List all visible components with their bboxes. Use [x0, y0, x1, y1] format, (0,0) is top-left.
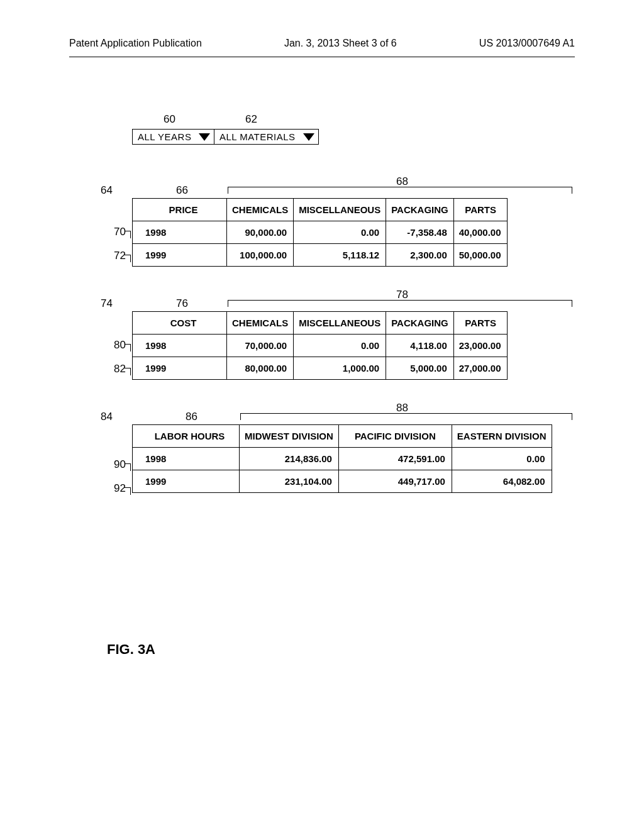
col-header: CHEMICALS: [227, 312, 294, 335]
cell: 1,000.00: [294, 357, 386, 380]
tick-82: [125, 368, 131, 375]
dropdown-materials-label: ALL MATERIALS: [219, 131, 301, 142]
row-label: 1999: [133, 357, 227, 380]
figure-label: FIG. 3A: [107, 641, 155, 658]
ref-86: 86: [186, 411, 197, 423]
table-row: 1999 231,104.00 449,717.00 64,082.00: [133, 470, 552, 493]
col-header: PACKAGING: [386, 312, 454, 335]
cell: 0.00: [452, 448, 552, 470]
col-header: MIDWEST DIVISION: [240, 425, 339, 448]
table-row: 1998 70,000.00 0.00 4,118.00 23,000.00: [133, 335, 508, 357]
ref-60: 60: [164, 113, 175, 126]
page-header: Patent Application Publication Jan. 3, 2…: [0, 38, 644, 49]
cell: 0.00: [294, 335, 386, 357]
dropdown-years-label: ALL YEARS: [138, 131, 196, 142]
cell: 64,082.00: [452, 470, 552, 493]
tick-80: [125, 344, 131, 351]
ref-64: 64: [101, 184, 113, 197]
ref-88: 88: [396, 402, 408, 414]
cell: 449,717.00: [338, 470, 452, 493]
table-row: 1999 100,000.00 5,118.12 2,300.00 50,000…: [133, 244, 508, 267]
cell: 80,000.00: [227, 357, 294, 380]
col-header: PACIFIC DIVISION: [338, 425, 452, 448]
data-table: LABOR HOURS MIDWEST DIVISION PACIFIC DIV…: [132, 424, 552, 493]
tick-92: [125, 487, 131, 495]
cell: 90,000.00: [227, 221, 294, 244]
cell: 27,000.00: [453, 357, 508, 380]
tick-90: [125, 463, 131, 471]
col-header: MISCELLANEOUS: [294, 199, 386, 221]
table-header-row: LABOR HOURS MIDWEST DIVISION PACIFIC DIV…: [133, 425, 552, 448]
table-header-row: PRICE CHEMICALS MISCELLANEOUS PACKAGING …: [133, 199, 508, 221]
row-label: 1998: [133, 221, 227, 244]
row-label: 1998: [133, 448, 240, 470]
col-header: CHEMICALS: [227, 199, 294, 221]
corner-cell: LABOR HOURS: [133, 425, 240, 448]
tick-70: [125, 231, 131, 238]
header-right: US 2013/0007649 A1: [479, 38, 575, 49]
filter-bar: ALL YEARS ALL MATERIALS: [132, 129, 319, 145]
cell: 23,000.00: [453, 335, 508, 357]
col-header: PARTS: [453, 199, 508, 221]
col-header: PACKAGING: [386, 199, 454, 221]
row-label: 1999: [133, 470, 240, 493]
col-header: EASTERN DIVISION: [452, 425, 552, 448]
cell: 0.00: [294, 221, 386, 244]
cell: 214,836.00: [240, 448, 339, 470]
cell: 4,118.00: [386, 335, 454, 357]
ref-66: 66: [176, 184, 188, 197]
table-header-row: COST CHEMICALS MISCELLANEOUS PACKAGING P…: [133, 312, 508, 335]
chevron-down-icon: [199, 133, 210, 141]
cell: -7,358.48: [386, 221, 454, 244]
ref-78: 78: [396, 289, 408, 301]
table-price: 64 66 68 70 72 PRICE CHEMICALS MISCELLAN…: [132, 198, 572, 267]
cell: 50,000.00: [453, 244, 508, 267]
table-labor: 84 86 88 90 92 LABOR HOURS MIDWEST DIVIS…: [132, 424, 572, 493]
tick-72: [125, 255, 131, 262]
cell: 100,000.00: [227, 244, 294, 267]
ref-74: 74: [101, 297, 113, 310]
row-label: 1999: [133, 244, 227, 267]
row-label: 1998: [133, 335, 227, 357]
chevron-down-icon: [303, 133, 314, 141]
cell: 231,104.00: [240, 470, 339, 493]
data-table: COST CHEMICALS MISCELLANEOUS PACKAGING P…: [132, 311, 508, 380]
corner-cell: PRICE: [133, 199, 227, 221]
cell: 40,000.00: [453, 221, 508, 244]
cell: 5,118.12: [294, 244, 386, 267]
ref-76: 76: [176, 297, 188, 310]
data-table: PRICE CHEMICALS MISCELLANEOUS PACKAGING …: [132, 198, 508, 267]
cell: 70,000.00: [227, 335, 294, 357]
cell: 5,000.00: [386, 357, 454, 380]
ref-84: 84: [101, 411, 113, 423]
ref-62: 62: [245, 113, 257, 126]
corner-cell: COST: [133, 312, 227, 335]
col-header: PARTS: [453, 312, 508, 335]
table-cost: 74 76 78 80 82 COST CHEMICALS MISCELLANE…: [132, 311, 572, 380]
ref-68: 68: [396, 175, 408, 188]
cell: 472,591.00: [338, 448, 452, 470]
dropdown-years[interactable]: ALL YEARS: [132, 129, 214, 145]
table-row: 1998 214,836.00 472,591.00 0.00: [133, 448, 552, 470]
dropdown-materials[interactable]: ALL MATERIALS: [214, 129, 319, 145]
cell: 2,300.00: [386, 244, 454, 267]
header-center: Jan. 3, 2013 Sheet 3 of 6: [284, 38, 397, 49]
table-row: 1999 80,000.00 1,000.00 5,000.00 27,000.…: [133, 357, 508, 380]
table-row: 1998 90,000.00 0.00 -7,358.48 40,000.00: [133, 221, 508, 244]
header-left: Patent Application Publication: [69, 38, 202, 49]
header-divider: [69, 57, 575, 57]
col-header: MISCELLANEOUS: [294, 312, 386, 335]
